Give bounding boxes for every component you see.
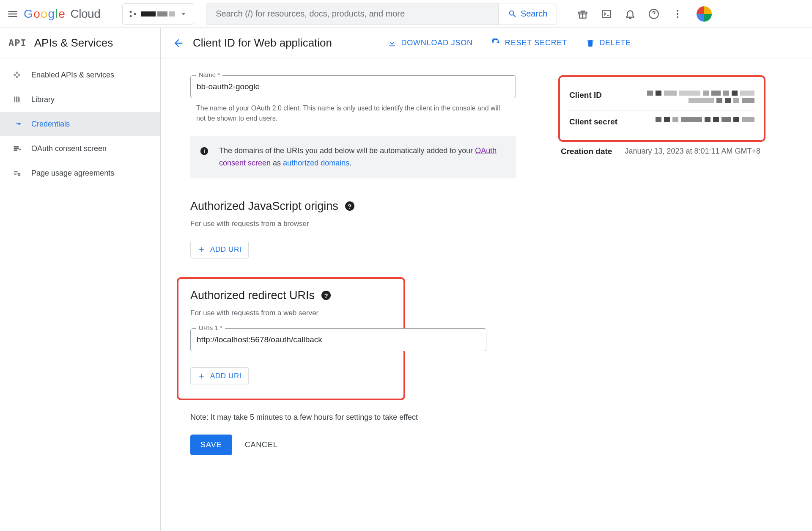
sidebar-title: APIs & Services [34,36,113,50]
download-json-button[interactable]: DOWNLOAD JSON [387,39,472,48]
redirect-uris-highlight: Authorized redirect URIs ? For use with … [177,277,405,400]
delete-label: DELETE [599,39,631,47]
svg-rect-5 [603,10,611,17]
project-picker[interactable] [122,3,194,25]
banner-text-pre: The domains of the URIs you add below wi… [219,146,475,155]
reset-secret-button[interactable]: RESET SECRET [491,39,567,48]
domains-info-banner: The domains of the URIs you add below wi… [190,136,516,178]
download-json-label: DOWNLOAD JSON [401,39,472,47]
info-icon [200,146,209,156]
plus-icon [198,245,206,254]
client-secret-label: Client secret [569,117,620,127]
search-input[interactable] [206,3,498,25]
help-tooltip-icon[interactable]: ? [321,291,331,300]
cloud-shell-icon[interactable] [601,8,612,19]
redirect-uris-subtext: For use with requests from a web server [190,309,392,317]
svg-point-1 [130,15,132,17]
add-uri-label: ADD URI [210,245,241,254]
client-credentials-highlight: Client ID Client secret [558,75,765,142]
svg-point-2 [134,13,136,15]
sidebar-header: API APIs & Services [0,28,160,58]
sidebar-item-label: Library [31,95,55,104]
consent-icon [12,144,22,153]
search-bar: Search [206,3,557,25]
notifications-icon[interactable] [625,8,636,19]
name-help-text: The name of your OAuth 2.0 client. This … [190,102,516,124]
search-button-label: Search [521,9,547,19]
google-cloud-logo[interactable]: Google Cloud [24,7,100,21]
creation-date-value: January 13, 2023 at 8:01:11 AM GMT+8 [625,147,760,156]
uri1-label: URIs 1 * [196,324,225,331]
project-name-redacted [141,11,175,17]
svg-point-9 [677,16,678,18]
gift-icon[interactable] [577,8,588,19]
add-uri-button-js[interactable]: ADD URI [190,241,249,259]
arrow-back-icon [173,37,184,49]
redirect-uris-heading: Authorized redirect URIs ? [190,289,392,302]
sidebar-item-enabled-apis[interactable]: Enabled APIs & services [0,63,160,87]
trash-icon [586,39,595,48]
diamond-icon [12,71,22,79]
sidebar-item-label: Credentials [31,120,70,129]
plus-icon [198,372,206,380]
add-uri-button-redirect[interactable]: ADD URI [190,367,249,385]
library-icon [12,95,22,104]
download-icon [387,39,397,48]
agreement-icon [12,169,22,177]
svg-point-8 [677,13,678,14]
help-tooltip-icon[interactable]: ? [345,201,354,211]
sidebar-item-label: Page usage agreements [31,169,114,178]
client-secret-redacted [633,117,754,129]
hamburger-menu-icon[interactable] [7,8,19,20]
sidebar-item-label: OAuth consent screen [31,144,107,153]
cancel-button[interactable]: CANCEL [245,440,278,449]
sidebar-item-library[interactable]: Library [0,87,160,112]
svg-point-0 [130,11,132,13]
chevron-down-icon [179,10,188,18]
client-id-redacted [633,91,754,103]
name-input[interactable] [190,75,516,98]
sidebar-item-oauth-consent[interactable]: OAuth consent screen [0,136,160,161]
settings-delay-note: Note: It may take 5 minutes to a few hou… [190,413,516,422]
uri1-input[interactable] [190,328,486,351]
svg-rect-12 [204,150,205,153]
delete-button[interactable]: DELETE [586,39,631,48]
svg-rect-13 [204,149,205,150]
key-icon [12,119,22,129]
sidebar-item-label: Enabled APIs & services [31,71,114,80]
account-avatar[interactable] [696,6,713,22]
reset-secret-label: RESET SECRET [505,39,567,47]
banner-text-mid: as [273,159,283,167]
js-origins-heading: Authorized JavaScript origins ? [190,200,516,213]
name-field-label: Name * [196,71,222,78]
authorized-domains-link[interactable]: authorized domains [283,159,349,167]
svg-point-7 [677,10,678,11]
js-origins-subtext: For use with requests from a browser [190,220,516,228]
help-icon[interactable] [648,8,659,19]
creation-date-label: Creation date [561,147,612,156]
page-title: Client ID for Web application [193,36,332,50]
refresh-icon [491,39,501,48]
search-button[interactable]: Search [498,3,557,25]
more-vert-icon[interactable] [672,8,683,19]
sidebar-item-credentials[interactable]: Credentials [0,112,160,136]
back-button[interactable] [173,37,184,49]
add-uri-label: ADD URI [210,372,241,380]
banner-text-post: . [349,159,351,167]
sidebar-item-page-usage[interactable]: Page usage agreements [0,161,160,185]
api-badge-icon: API [8,38,27,48]
client-id-label: Client ID [569,91,620,101]
search-icon [508,9,517,19]
save-button[interactable]: SAVE [190,435,232,455]
